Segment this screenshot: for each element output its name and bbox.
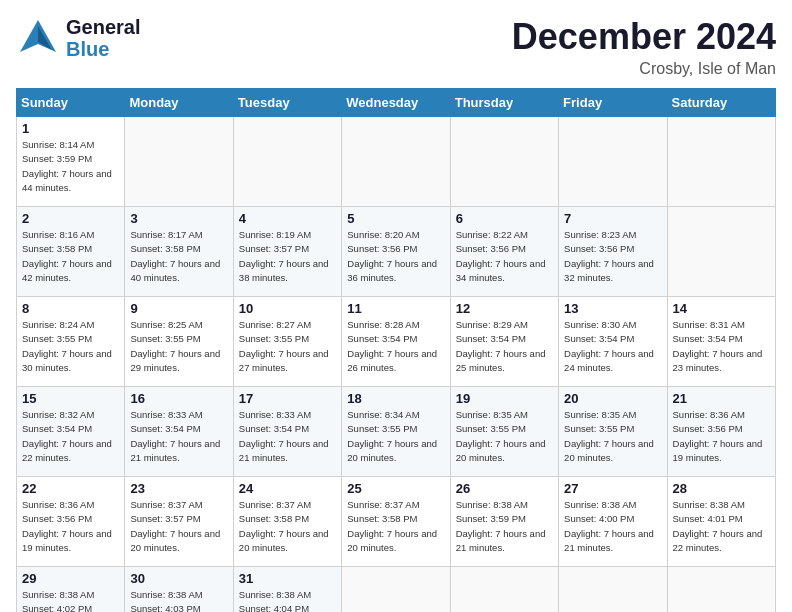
- logo-text-general: General: [66, 16, 140, 38]
- calendar-cell: [559, 117, 667, 207]
- calendar-cell: [233, 117, 341, 207]
- location-title: Crosby, Isle of Man: [512, 60, 776, 78]
- day-number: 28: [673, 481, 770, 496]
- day-info: Sunrise: 8:37 AM Sunset: 3:58 PM Dayligh…: [239, 498, 336, 555]
- calendar-week-row: 8 Sunrise: 8:24 AM Sunset: 3:55 PM Dayli…: [17, 297, 776, 387]
- calendar-week-row: 1 Sunrise: 8:14 AM Sunset: 3:59 PM Dayli…: [17, 117, 776, 207]
- day-number: 31: [239, 571, 336, 586]
- calendar-week-row: 29 Sunrise: 8:38 AM Sunset: 4:02 PM Dayl…: [17, 567, 776, 613]
- day-info: Sunrise: 8:27 AM Sunset: 3:55 PM Dayligh…: [239, 318, 336, 375]
- calendar-cell: [667, 207, 775, 297]
- calendar-week-row: 22 Sunrise: 8:36 AM Sunset: 3:56 PM Dayl…: [17, 477, 776, 567]
- day-info: Sunrise: 8:35 AM Sunset: 3:55 PM Dayligh…: [564, 408, 661, 465]
- day-info: Sunrise: 8:38 AM Sunset: 4:02 PM Dayligh…: [22, 588, 119, 612]
- day-number: 23: [130, 481, 227, 496]
- day-number: 24: [239, 481, 336, 496]
- day-number: 14: [673, 301, 770, 316]
- calendar-cell: 20 Sunrise: 8:35 AM Sunset: 3:55 PM Dayl…: [559, 387, 667, 477]
- calendar-cell: [450, 567, 558, 613]
- day-number: 21: [673, 391, 770, 406]
- calendar-cell: 24 Sunrise: 8:37 AM Sunset: 3:58 PM Dayl…: [233, 477, 341, 567]
- day-info: Sunrise: 8:17 AM Sunset: 3:58 PM Dayligh…: [130, 228, 227, 285]
- day-number: 7: [564, 211, 661, 226]
- calendar-cell: 17 Sunrise: 8:33 AM Sunset: 3:54 PM Dayl…: [233, 387, 341, 477]
- day-number: 1: [22, 121, 119, 136]
- title-area: December 2024 Crosby, Isle of Man: [512, 16, 776, 78]
- day-info: Sunrise: 8:28 AM Sunset: 3:54 PM Dayligh…: [347, 318, 444, 375]
- day-number: 20: [564, 391, 661, 406]
- day-number: 29: [22, 571, 119, 586]
- day-number: 4: [239, 211, 336, 226]
- calendar-week-row: 15 Sunrise: 8:32 AM Sunset: 3:54 PM Dayl…: [17, 387, 776, 477]
- calendar-cell: 6 Sunrise: 8:22 AM Sunset: 3:56 PM Dayli…: [450, 207, 558, 297]
- calendar-cell: [342, 117, 450, 207]
- calendar-week-row: 2 Sunrise: 8:16 AM Sunset: 3:58 PM Dayli…: [17, 207, 776, 297]
- calendar-cell: 10 Sunrise: 8:27 AM Sunset: 3:55 PM Dayl…: [233, 297, 341, 387]
- day-info: Sunrise: 8:33 AM Sunset: 3:54 PM Dayligh…: [239, 408, 336, 465]
- day-info: Sunrise: 8:38 AM Sunset: 3:59 PM Dayligh…: [456, 498, 553, 555]
- day-info: Sunrise: 8:38 AM Sunset: 4:04 PM Dayligh…: [239, 588, 336, 612]
- day-info: Sunrise: 8:32 AM Sunset: 3:54 PM Dayligh…: [22, 408, 119, 465]
- calendar-cell: 18 Sunrise: 8:34 AM Sunset: 3:55 PM Dayl…: [342, 387, 450, 477]
- day-number: 5: [347, 211, 444, 226]
- day-number: 3: [130, 211, 227, 226]
- day-info: Sunrise: 8:25 AM Sunset: 3:55 PM Dayligh…: [130, 318, 227, 375]
- calendar-cell: [342, 567, 450, 613]
- calendar-cell: 5 Sunrise: 8:20 AM Sunset: 3:56 PM Dayli…: [342, 207, 450, 297]
- day-number: 25: [347, 481, 444, 496]
- day-number: 8: [22, 301, 119, 316]
- logo-icon: [16, 16, 60, 60]
- day-info: Sunrise: 8:37 AM Sunset: 3:57 PM Dayligh…: [130, 498, 227, 555]
- weekday-header-friday: Friday: [559, 89, 667, 117]
- day-number: 19: [456, 391, 553, 406]
- day-number: 13: [564, 301, 661, 316]
- calendar-cell: 25 Sunrise: 8:37 AM Sunset: 3:58 PM Dayl…: [342, 477, 450, 567]
- calendar-cell: 31 Sunrise: 8:38 AM Sunset: 4:04 PM Dayl…: [233, 567, 341, 613]
- day-info: Sunrise: 8:19 AM Sunset: 3:57 PM Dayligh…: [239, 228, 336, 285]
- day-info: Sunrise: 8:36 AM Sunset: 3:56 PM Dayligh…: [673, 408, 770, 465]
- calendar-cell: [559, 567, 667, 613]
- calendar-cell: 8 Sunrise: 8:24 AM Sunset: 3:55 PM Dayli…: [17, 297, 125, 387]
- calendar-cell: 16 Sunrise: 8:33 AM Sunset: 3:54 PM Dayl…: [125, 387, 233, 477]
- calendar-cell: 27 Sunrise: 8:38 AM Sunset: 4:00 PM Dayl…: [559, 477, 667, 567]
- day-info: Sunrise: 8:20 AM Sunset: 3:56 PM Dayligh…: [347, 228, 444, 285]
- day-number: 27: [564, 481, 661, 496]
- calendar-cell: [450, 117, 558, 207]
- calendar-cell: 4 Sunrise: 8:19 AM Sunset: 3:57 PM Dayli…: [233, 207, 341, 297]
- day-number: 30: [130, 571, 227, 586]
- day-info: Sunrise: 8:23 AM Sunset: 3:56 PM Dayligh…: [564, 228, 661, 285]
- day-info: Sunrise: 8:38 AM Sunset: 4:00 PM Dayligh…: [564, 498, 661, 555]
- calendar-cell: 1 Sunrise: 8:14 AM Sunset: 3:59 PM Dayli…: [17, 117, 125, 207]
- calendar-cell: 28 Sunrise: 8:38 AM Sunset: 4:01 PM Dayl…: [667, 477, 775, 567]
- calendar-cell: [125, 117, 233, 207]
- weekday-header-wednesday: Wednesday: [342, 89, 450, 117]
- weekday-header-saturday: Saturday: [667, 89, 775, 117]
- calendar-header-row: SundayMondayTuesdayWednesdayThursdayFrid…: [17, 89, 776, 117]
- day-info: Sunrise: 8:38 AM Sunset: 4:03 PM Dayligh…: [130, 588, 227, 612]
- calendar-cell: 15 Sunrise: 8:32 AM Sunset: 3:54 PM Dayl…: [17, 387, 125, 477]
- calendar-cell: 19 Sunrise: 8:35 AM Sunset: 3:55 PM Dayl…: [450, 387, 558, 477]
- day-info: Sunrise: 8:29 AM Sunset: 3:54 PM Dayligh…: [456, 318, 553, 375]
- day-number: 11: [347, 301, 444, 316]
- day-info: Sunrise: 8:35 AM Sunset: 3:55 PM Dayligh…: [456, 408, 553, 465]
- weekday-header-tuesday: Tuesday: [233, 89, 341, 117]
- day-number: 17: [239, 391, 336, 406]
- calendar-cell: 12 Sunrise: 8:29 AM Sunset: 3:54 PM Dayl…: [450, 297, 558, 387]
- day-info: Sunrise: 8:36 AM Sunset: 3:56 PM Dayligh…: [22, 498, 119, 555]
- calendar-cell: [667, 117, 775, 207]
- calendar-table: SundayMondayTuesdayWednesdayThursdayFrid…: [16, 88, 776, 612]
- day-number: 18: [347, 391, 444, 406]
- calendar-cell: 7 Sunrise: 8:23 AM Sunset: 3:56 PM Dayli…: [559, 207, 667, 297]
- day-number: 15: [22, 391, 119, 406]
- calendar-cell: 29 Sunrise: 8:38 AM Sunset: 4:02 PM Dayl…: [17, 567, 125, 613]
- day-number: 16: [130, 391, 227, 406]
- calendar-cell: 22 Sunrise: 8:36 AM Sunset: 3:56 PM Dayl…: [17, 477, 125, 567]
- day-info: Sunrise: 8:33 AM Sunset: 3:54 PM Dayligh…: [130, 408, 227, 465]
- day-info: Sunrise: 8:30 AM Sunset: 3:54 PM Dayligh…: [564, 318, 661, 375]
- day-number: 12: [456, 301, 553, 316]
- day-number: 22: [22, 481, 119, 496]
- calendar-cell: 23 Sunrise: 8:37 AM Sunset: 3:57 PM Dayl…: [125, 477, 233, 567]
- calendar-cell: [667, 567, 775, 613]
- page-header: General Blue December 2024 Crosby, Isle …: [16, 16, 776, 78]
- calendar-cell: 9 Sunrise: 8:25 AM Sunset: 3:55 PM Dayli…: [125, 297, 233, 387]
